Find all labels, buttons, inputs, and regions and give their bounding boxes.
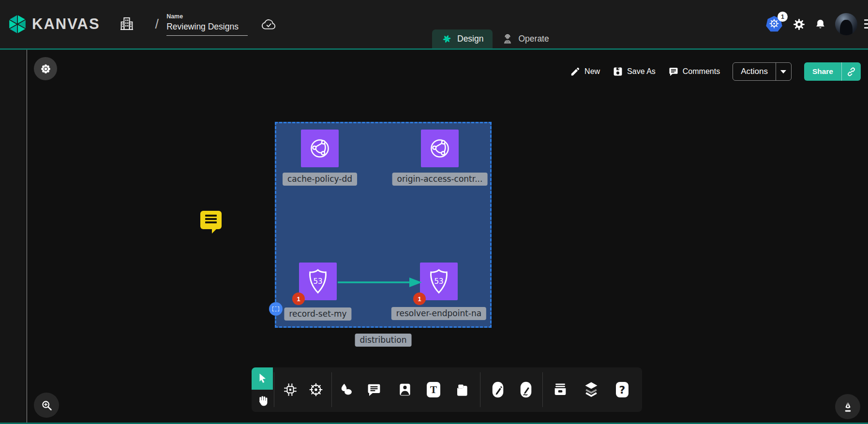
comment-marker[interactable] [200, 211, 222, 229]
tab-operate[interactable]: Operate [493, 29, 558, 48]
node-resolver-endpoint-error-badge[interactable]: 1 [413, 292, 426, 305]
kubernetes-context-count-badge: 1 [778, 12, 788, 22]
tool-doodle[interactable] [515, 379, 537, 400]
node-label-origin-access-control: origin-access-contr... [392, 173, 488, 186]
shapes-icon [339, 382, 354, 397]
tool-components[interactable] [280, 379, 301, 400]
notifications-button[interactable] [814, 18, 826, 30]
tool-select[interactable] [252, 367, 273, 390]
text-tool-icon: T [427, 382, 440, 397]
cloud-sync-status-icon [260, 18, 277, 31]
cloudfront-cache-policy-icon [306, 134, 334, 162]
ship-wheel-icon [308, 381, 324, 398]
save-icon [613, 66, 623, 77]
new-button-label: New [584, 67, 600, 76]
tool-kubernetes[interactable] [305, 379, 327, 400]
menu-button[interactable] [864, 17, 868, 31]
drawer-archive-icon [553, 382, 568, 397]
toolbar-divider [542, 372, 543, 407]
tool-note[interactable] [451, 379, 473, 400]
cursor-arrow-icon [256, 372, 269, 385]
gear-icon [793, 18, 806, 31]
actions-button[interactable]: Actions [733, 63, 776, 80]
design-name-field: Name [166, 13, 248, 36]
edge-record-set-to-resolver[interactable] [337, 276, 425, 289]
cloudfront-origin-access-control-icon [426, 134, 454, 162]
toolbar-divider [274, 372, 274, 407]
hamburger-icon [864, 19, 868, 21]
actions-split-button: Actions [733, 62, 792, 81]
actions-dropdown-button[interactable] [776, 63, 791, 80]
comments-button-label: Comments [683, 67, 720, 76]
arrowhead-icon [409, 278, 422, 287]
save-as-button[interactable]: Save As [613, 66, 656, 77]
node-record-set[interactable] [299, 263, 337, 300]
bottom-toolbar: T ? [252, 367, 642, 412]
brand-name: KANVAS [32, 15, 100, 33]
tool-drawer[interactable] [550, 379, 571, 400]
tool-pan[interactable] [252, 390, 273, 412]
header-accent-border [0, 48, 868, 50]
kubernetes-context-button[interactable]: 1 [764, 15, 784, 34]
organization-button[interactable] [119, 15, 135, 33]
pen-nib-icon [841, 400, 854, 413]
sticky-note-icon [454, 382, 470, 397]
top-bar: KANVAS / Name Design Operate 1 [0, 0, 868, 48]
design-swirl-icon [441, 33, 452, 44]
kanvas-app: KANVAS / Name Design Operate 1 [0, 0, 868, 424]
node-label-cache-policy: cache-policy-dd [283, 173, 357, 186]
selection-handle[interactable] [269, 302, 283, 316]
canvas-action-bar: New Save As Comments Actions Share [570, 62, 861, 81]
node-record-set-error-badge[interactable]: 1 [292, 292, 305, 305]
design-name-label: Name [166, 13, 248, 20]
tool-pen[interactable] [487, 379, 509, 400]
hand-icon [256, 395, 269, 407]
organization-icon [119, 15, 135, 32]
node-resolver-endpoint[interactable] [420, 263, 458, 300]
tool-layers[interactable] [581, 379, 602, 400]
node-origin-access-control[interactable] [421, 130, 459, 167]
tool-image[interactable] [394, 379, 416, 400]
tool-shapes[interactable] [336, 379, 357, 400]
link-icon [846, 67, 856, 77]
comments-button[interactable]: Comments [668, 66, 720, 77]
route53-record-set-icon [304, 267, 332, 295]
node-cache-policy[interactable] [301, 130, 339, 167]
zoom-in-button[interactable] [34, 393, 59, 418]
breadcrumb-separator: / [155, 17, 159, 32]
top-bar-right: 1 [764, 0, 868, 48]
tool-text[interactable]: T [423, 379, 444, 400]
chevron-down-icon [780, 70, 786, 73]
tab-design[interactable]: Design [432, 29, 493, 48]
left-sidebar [0, 50, 27, 424]
pen-oval-icon [491, 380, 505, 399]
copy-link-button[interactable] [841, 62, 861, 81]
comment-icon [668, 66, 679, 77]
canvas-quick-actions-button[interactable] [34, 57, 57, 80]
question-mark-icon: ? [616, 382, 629, 397]
tool-help[interactable]: ? [612, 379, 633, 400]
new-button[interactable]: New [570, 66, 600, 77]
image-icon [397, 382, 413, 397]
pencil-icon [570, 66, 581, 77]
chip-icon [283, 382, 298, 397]
brand-link[interactable]: KANVAS [7, 14, 100, 35]
settings-button[interactable] [793, 18, 806, 31]
tab-operate-label: Operate [518, 34, 549, 44]
pen-mode-button[interactable] [835, 394, 860, 419]
kanvas-logo-icon [7, 14, 28, 35]
design-name-input[interactable] [166, 21, 248, 36]
group-label-distribution[interactable]: distribution [355, 334, 412, 347]
user-avatar[interactable] [835, 13, 857, 35]
mode-tabs: Design Operate [432, 29, 558, 48]
toolbar-divider [480, 372, 480, 407]
share-button[interactable]: Share [804, 62, 841, 81]
operate-person-icon [502, 33, 513, 45]
tab-design-label: Design [457, 34, 483, 44]
comment-lines-icon [205, 215, 217, 217]
doodle-pen-icon [519, 380, 533, 399]
route53-resolver-endpoint-icon [425, 267, 453, 295]
tool-comment[interactable] [363, 379, 385, 400]
bell-icon [814, 18, 826, 30]
layers-icon [583, 381, 599, 398]
